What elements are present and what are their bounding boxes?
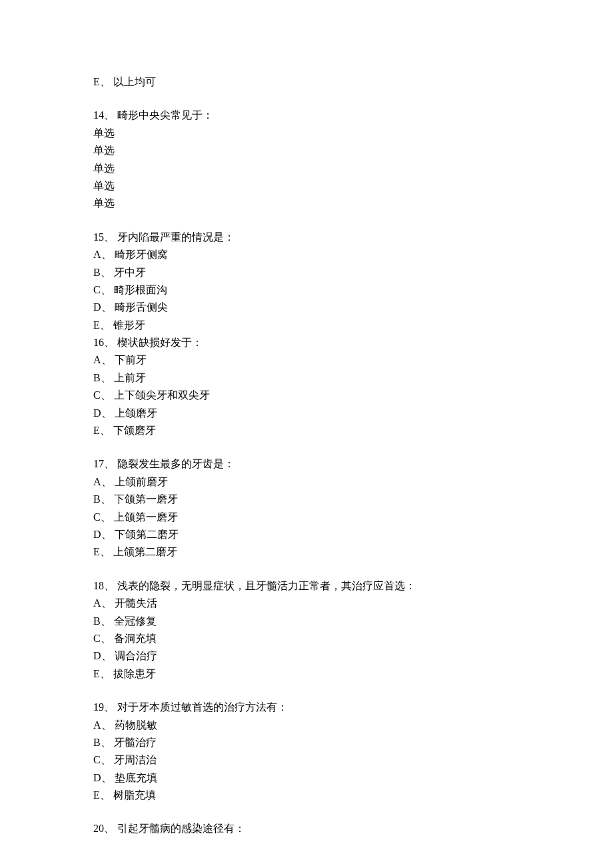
text-block: 15、 牙内陷最严重的情况是：A、 畸形牙侧窝B、 牙中牙C、 畸形根面沟D、 … bbox=[93, 229, 520, 440]
text-line: E、 以上均可 bbox=[93, 73, 520, 91]
text-line: 单选 bbox=[93, 142, 520, 159]
text-block: E、 以上均可 bbox=[93, 73, 520, 91]
text-block: 19、 对于牙本质过敏首选的治疗方法有：A、 药物脱敏B、 牙髓治疗C、 牙周洁… bbox=[93, 699, 520, 804]
text-line: 单选 bbox=[93, 195, 520, 212]
text-line: 16、 楔状缺损好发于： bbox=[93, 334, 520, 351]
text-line: A、 开髓失活 bbox=[93, 595, 520, 612]
text-line: D、 调合治疗 bbox=[93, 647, 520, 665]
text-line: B、 牙中牙 bbox=[93, 264, 520, 281]
text-line: E、 上颌第二磨牙 bbox=[93, 543, 520, 561]
text-block: 18、 浅表的隐裂，无明显症状，且牙髓活力正常者，其治疗应首选：A、 开髓失活B… bbox=[93, 577, 520, 683]
text-line: B、 牙髓治疗 bbox=[93, 734, 520, 751]
text-line: 15、 牙内陷最严重的情况是： bbox=[93, 229, 520, 246]
text-line: C、 牙周洁治 bbox=[93, 751, 520, 769]
text-block: 14、 畸形中央尖常见于：单选单选单选单选单选 bbox=[93, 107, 520, 212]
text-block: 17、 隐裂发生最多的牙齿是：A、 上颌前磨牙B、 下颌第一磨牙C、 上颌第一磨… bbox=[93, 455, 520, 561]
text-line: C、 备洞充填 bbox=[93, 630, 520, 647]
text-line: 单选 bbox=[93, 125, 520, 142]
text-line: 14、 畸形中央尖常见于： bbox=[93, 107, 520, 124]
text-line: A、 下前牙 bbox=[93, 351, 520, 369]
text-line: E、 树脂充填 bbox=[93, 787, 520, 804]
text-line: 17、 隐裂发生最多的牙齿是： bbox=[93, 455, 520, 473]
text-line: 19、 对于牙本质过敏首选的治疗方法有： bbox=[93, 699, 520, 716]
text-line: B、 上前牙 bbox=[93, 369, 520, 387]
text-line: B、 下颌第一磨牙 bbox=[93, 491, 520, 508]
text-line: C、 上下颌尖牙和双尖牙 bbox=[93, 387, 520, 404]
text-line: 18、 浅表的隐裂，无明显症状，且牙髓活力正常者，其治疗应首选： bbox=[93, 577, 520, 595]
text-line: D、 下颌第二磨牙 bbox=[93, 526, 520, 543]
text-line: 单选 bbox=[93, 160, 520, 177]
text-line: D、 上颌磨牙 bbox=[93, 405, 520, 422]
text-line: A、 上颌前磨牙 bbox=[93, 473, 520, 491]
content: E、 以上均可14、 畸形中央尖常见于：单选单选单选单选单选15、 牙内陷最严重… bbox=[93, 73, 520, 838]
text-line: D、 畸形舌侧尖 bbox=[93, 299, 520, 316]
text-line: A、 畸形牙侧窝 bbox=[93, 246, 520, 263]
text-line: 20、 引起牙髓病的感染途径有： bbox=[93, 820, 520, 837]
document-page: E、 以上均可14、 畸形中央尖常见于：单选单选单选单选单选15、 牙内陷最严重… bbox=[0, 0, 613, 868]
text-line: E、 下颌磨牙 bbox=[93, 422, 520, 439]
text-line: D、 垫底充填 bbox=[93, 769, 520, 787]
text-block: 20、 引起牙髓病的感染途径有： bbox=[93, 820, 520, 837]
text-line: A、 药物脱敏 bbox=[93, 717, 520, 734]
text-line: C、 上颌第一磨牙 bbox=[93, 509, 520, 526]
text-line: E、 锥形牙 bbox=[93, 317, 520, 334]
text-line: E、 拔除患牙 bbox=[93, 665, 520, 683]
text-line: C、 畸形根面沟 bbox=[93, 281, 520, 299]
text-line: 单选 bbox=[93, 177, 520, 195]
text-line: B、 全冠修复 bbox=[93, 613, 520, 630]
